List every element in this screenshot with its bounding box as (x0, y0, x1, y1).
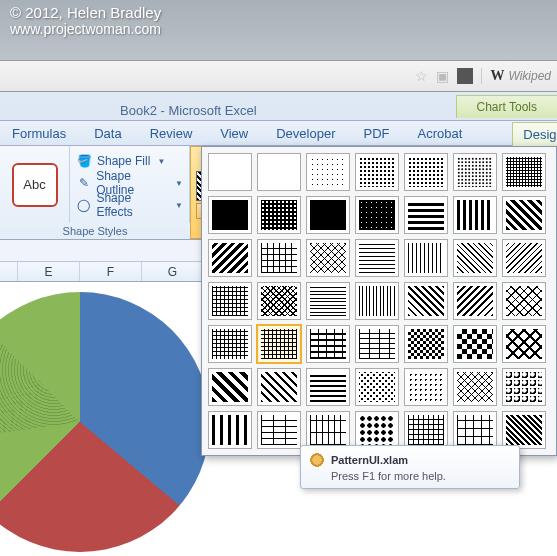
contextual-tab-label: Chart Tools (456, 95, 557, 118)
shape-style-preview: Abc (12, 163, 58, 207)
addin-gear-icon (309, 452, 325, 468)
extension-icon[interactable] (457, 68, 473, 84)
chevron-down-icon: ▼ (175, 201, 183, 210)
pattern-vstripe-l[interactable] (453, 196, 497, 234)
tab-view[interactable]: View (214, 124, 254, 143)
pattern-diag-brick[interactable] (502, 411, 546, 449)
pie-chart[interactable] (0, 292, 210, 552)
window-title: Book2 - Microsoft Excel (120, 103, 257, 118)
shape-effects-button[interactable]: ◯Shape Effects▼ (76, 194, 183, 216)
pattern-hbrick[interactable] (257, 411, 301, 449)
pattern-shingle[interactable] (502, 368, 546, 406)
pattern-dot-grid[interactable] (404, 368, 448, 406)
pattern-solid-d[interactable] (208, 368, 252, 406)
bookmark-star-icon[interactable]: ☆ (415, 68, 428, 84)
shape-styles-group-label: Shape Styles (0, 223, 190, 239)
pattern-trellis-l[interactable] (306, 239, 350, 277)
pattern-checker-s[interactable] (404, 325, 448, 363)
pattern-dots-70[interactable] (355, 196, 399, 234)
wiki-w-icon: W (490, 68, 504, 84)
pattern-solid[interactable] (208, 196, 252, 234)
pattern-small-grid[interactable] (404, 411, 448, 449)
effects-icon: ◯ (76, 197, 91, 213)
pattern-dot-diamond[interactable] (453, 368, 497, 406)
ribbon: Abc 🪣Shape Fill▼ ✎Shape Outline▼ ◯Shape … (0, 146, 557, 240)
tooltip-title: PatternUI.xlam (331, 454, 408, 466)
pattern-blank[interactable] (208, 153, 252, 191)
pattern-dots-30[interactable] (453, 153, 497, 191)
pattern-dots-10[interactable] (306, 153, 350, 191)
pattern-dots-60[interactable] (306, 196, 350, 234)
pattern-diag-cross[interactable] (306, 325, 350, 363)
pattern-ddiag-l[interactable] (502, 196, 546, 234)
tab-formulas[interactable]: Formulas (6, 124, 72, 143)
pattern-ddiag-s[interactable] (453, 239, 497, 277)
ribbon-tabs: Formulas Data Review View Developer PDF … (0, 120, 557, 146)
chevron-down-icon: ▼ (157, 157, 165, 166)
pattern-weave[interactable] (257, 368, 301, 406)
pattern-brick-h[interactable] (355, 325, 399, 363)
feed-icon[interactable]: ▣ (436, 68, 449, 84)
pattern-udiag-l[interactable] (208, 239, 252, 277)
pattern-grid-l[interactable] (257, 239, 301, 277)
pattern-dots-5[interactable] (257, 153, 301, 191)
pattern-grid (208, 153, 550, 449)
tab-acrobat[interactable]: Acrobat (412, 124, 469, 143)
pattern-dots-50[interactable] (257, 196, 301, 234)
pattern-gallery-dropdown (201, 146, 557, 456)
pattern-vzig[interactable] (257, 325, 301, 363)
pattern-plaid[interactable] (306, 368, 350, 406)
pattern-dots-20[interactable] (355, 153, 399, 191)
pattern-large-grid[interactable] (453, 411, 497, 449)
pattern-grid-s[interactable] (208, 282, 252, 320)
pattern-dots-40[interactable] (502, 153, 546, 191)
tab-design[interactable]: Design (512, 122, 557, 146)
tab-review[interactable]: Review (144, 124, 199, 143)
tab-pdf[interactable]: PDF (358, 124, 396, 143)
excel-titlebar: Book2 - Microsoft Excel Chart Tools (0, 92, 557, 120)
pattern-wave[interactable] (208, 411, 252, 449)
chevron-down-icon: ▼ (175, 179, 183, 188)
pattern-vdash[interactable] (355, 282, 399, 320)
pattern-cross-s[interactable] (502, 282, 546, 320)
watermark-overlay: © 2012, Helen Bradley www.projectwoman.c… (0, 0, 557, 60)
shape-style-gallery[interactable]: Abc (0, 146, 70, 223)
pattern-udiag-s[interactable] (502, 239, 546, 277)
pattern-hstripe-s[interactable] (355, 239, 399, 277)
col-header-e[interactable]: E (18, 262, 80, 281)
col-header-f[interactable]: F (80, 262, 142, 281)
pattern-hdash[interactable] (306, 282, 350, 320)
pattern-udash[interactable] (453, 282, 497, 320)
browser-toolbar: ☆ ▣ WWikiped (0, 60, 557, 92)
tab-data[interactable]: Data (88, 124, 127, 143)
wikipedia-search[interactable]: WWikiped (481, 68, 551, 84)
pattern-sphere[interactable] (355, 411, 399, 449)
pattern-outline-d[interactable] (502, 325, 546, 363)
website-line: www.projectwoman.com (10, 21, 547, 37)
pattern-trellis-s[interactable] (257, 282, 301, 320)
pattern-vstripe-s[interactable] (404, 239, 448, 277)
pattern-ddash[interactable] (404, 282, 448, 320)
tooltip: PatternUI.xlam Press F1 for more help. (300, 445, 520, 489)
col-header-g[interactable]: G (142, 262, 204, 281)
pencil-outline-icon: ✎ (76, 175, 91, 191)
pattern-hzig[interactable] (208, 325, 252, 363)
shape-tools-group: 🪣Shape Fill▼ ✎Shape Outline▼ ◯Shape Effe… (70, 146, 190, 223)
paint-bucket-icon: 🪣 (76, 153, 92, 169)
pattern-hstripe-l[interactable] (404, 196, 448, 234)
tooltip-body: Press F1 for more help. (331, 470, 511, 482)
copyright-line: © 2012, Helen Bradley (10, 4, 547, 21)
pattern-divot[interactable] (355, 368, 399, 406)
pattern-checker-l[interactable] (453, 325, 497, 363)
tab-developer[interactable]: Developer (270, 124, 341, 143)
pattern-vbrick[interactable] (306, 411, 350, 449)
pattern-dots-25[interactable] (404, 153, 448, 191)
